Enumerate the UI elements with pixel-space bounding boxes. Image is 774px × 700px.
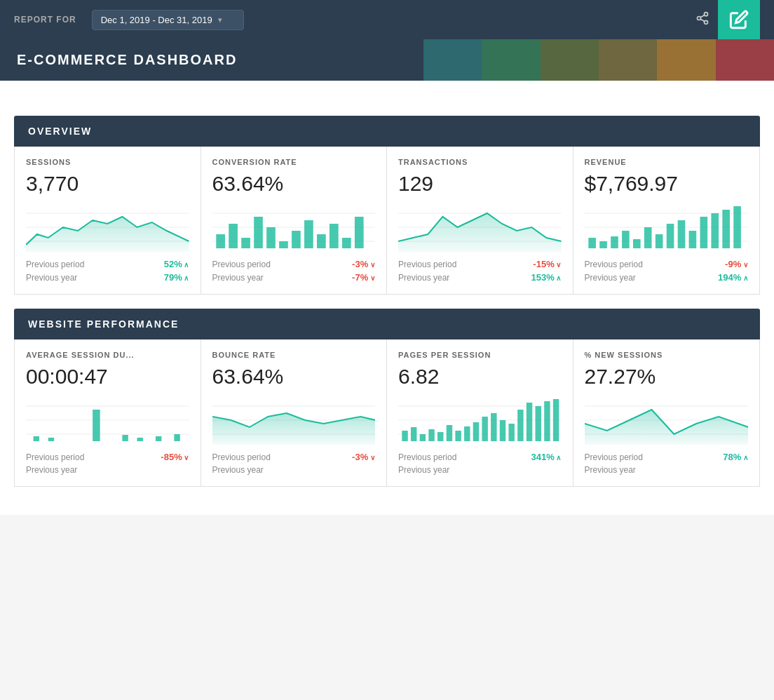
date-range-value: Dec 1, 2019 - Dec 31, 2019 (101, 15, 212, 25)
bounce-rate-value: 63.64% (212, 365, 376, 389)
svg-rect-52 (174, 434, 179, 441)
conversion-metrics: Previous period -3% Previous year -7% (212, 259, 376, 283)
svg-rect-16 (279, 241, 288, 248)
svg-rect-37 (677, 220, 685, 248)
share-button[interactable] (687, 6, 718, 34)
svg-rect-73 (527, 403, 532, 441)
conversion-prev-period: Previous period -3% (212, 259, 376, 269)
bounce-rate-card: BOUNCE RATE 63.64% (201, 339, 388, 486)
sessions-label: SESSIONS (26, 158, 189, 166)
svg-rect-71 (508, 424, 514, 441)
new-sessions-value: 27.27% (585, 365, 749, 389)
sessions-metrics: Previous period 52% Previous year 79% (26, 259, 189, 283)
svg-rect-35 (655, 234, 663, 248)
date-range-selector[interactable]: Dec 1, 2019 - Dec 31, 2019 ▾ (92, 10, 244, 30)
svg-rect-59 (402, 431, 407, 441)
svg-rect-18 (304, 220, 313, 248)
svg-rect-47 (48, 438, 54, 441)
svg-rect-17 (292, 231, 301, 248)
svg-rect-19 (317, 234, 326, 248)
svg-rect-41 (722, 210, 730, 248)
svg-rect-34 (644, 227, 651, 248)
top-bar-right (687, 0, 760, 39)
dashboard-title: E-COMMERCE DASHBOARD (17, 52, 757, 68)
revenue-card: REVENUE $7,769.97 (573, 147, 760, 294)
avg-session-duration-prev-year: Previous year (26, 465, 189, 475)
new-sessions-prev-year: Previous year (585, 465, 749, 475)
svg-rect-12 (229, 224, 238, 248)
svg-rect-32 (622, 231, 630, 248)
svg-rect-48 (93, 410, 100, 441)
svg-rect-75 (544, 401, 550, 441)
top-bar: REPORT FOR Dec 1, 2019 - Dec 31, 2019 ▾ (0, 0, 774, 39)
website-performance-cards-grid: AVERAGE SESSION DU... 00:00:47 (14, 339, 760, 487)
svg-rect-14 (254, 217, 263, 248)
website-performance-section: WEBSITE PERFORMANCE AVERAGE SESSION DU..… (14, 309, 760, 487)
svg-rect-22 (354, 217, 363, 248)
header-spacer (0, 81, 774, 116)
new-sessions-prev-period: Previous period 78% (585, 452, 749, 462)
svg-rect-33 (632, 239, 640, 248)
svg-rect-36 (666, 224, 674, 248)
svg-rect-49 (122, 435, 128, 441)
new-sessions-metrics: Previous period 78% Previous year (585, 452, 749, 475)
svg-rect-60 (411, 427, 416, 441)
svg-rect-70 (500, 420, 505, 441)
svg-line-4 (700, 15, 705, 17)
svg-line-3 (700, 19, 705, 21)
revenue-value: $7,769.97 (585, 172, 749, 196)
svg-rect-39 (700, 217, 707, 248)
new-sessions-label: % NEW SESSIONS (585, 351, 749, 359)
svg-rect-76 (553, 399, 559, 441)
conversion-rate-value: 63.64% (212, 172, 376, 196)
transactions-label: TRANSACTIONS (398, 158, 562, 166)
transactions-prev-period: Previous period -15% (398, 259, 562, 269)
avg-session-duration-card: AVERAGE SESSION DU... 00:00:47 (15, 339, 201, 486)
overview-section: OVERVIEW SESSIONS 3,770 (14, 116, 760, 295)
svg-rect-72 (517, 410, 523, 441)
svg-rect-61 (420, 434, 426, 441)
svg-rect-29 (588, 238, 596, 248)
revenue-prev-period: Previous period -9% (585, 259, 749, 269)
website-performance-header: WEBSITE PERFORMANCE (14, 309, 760, 339)
svg-rect-69 (491, 413, 496, 441)
svg-rect-50 (137, 438, 143, 441)
sessions-prev-period: Previous period 52% (26, 259, 189, 269)
svg-rect-67 (473, 422, 479, 441)
svg-rect-74 (536, 406, 541, 441)
revenue-metrics: Previous period -9% Previous year 194% (585, 259, 749, 283)
conversion-rate-card: CONVERSION RATE 63.64% (201, 147, 388, 294)
avg-session-duration-label: AVERAGE SESSION DU... (26, 351, 189, 359)
revenue-prev-year: Previous year 194% (585, 272, 749, 283)
svg-rect-31 (611, 236, 618, 248)
svg-point-2 (705, 20, 708, 24)
svg-rect-15 (266, 227, 276, 248)
bounce-rate-prev-year: Previous year (212, 465, 376, 475)
conversion-rate-label: CONVERSION RATE (212, 158, 376, 166)
svg-rect-30 (599, 241, 607, 248)
overview-cards-grid: SESSIONS 3,770 (14, 147, 760, 295)
edit-button[interactable] (718, 0, 760, 39)
svg-point-0 (705, 12, 708, 15)
svg-rect-40 (711, 213, 719, 248)
svg-rect-21 (341, 238, 351, 248)
svg-rect-65 (455, 431, 461, 441)
pages-per-session-value: 6.82 (398, 365, 562, 389)
title-bar: E-COMMERCE DASHBOARD (0, 39, 774, 81)
chevron-down-icon: ▾ (218, 15, 222, 25)
sessions-card: SESSIONS 3,770 (15, 147, 201, 294)
svg-rect-62 (428, 429, 434, 441)
svg-rect-42 (733, 206, 741, 248)
bounce-rate-metrics: Previous period -3% Previous year (212, 452, 376, 475)
new-sessions-card: % NEW SESSIONS 27.27% (573, 339, 760, 486)
transactions-chart (398, 203, 562, 252)
sessions-value: 3,770 (26, 172, 189, 196)
pages-per-session-chart (398, 396, 562, 445)
pages-per-session-prev-period: Previous period 341% (398, 452, 562, 462)
new-sessions-chart (585, 396, 749, 445)
pages-per-session-prev-year: Previous year (398, 465, 562, 475)
pages-per-session-metrics: Previous period 341% Previous year (398, 452, 562, 475)
main-content: OVERVIEW SESSIONS 3,770 (0, 116, 774, 515)
transactions-prev-year: Previous year 153% (398, 272, 562, 283)
svg-point-1 (698, 16, 701, 20)
